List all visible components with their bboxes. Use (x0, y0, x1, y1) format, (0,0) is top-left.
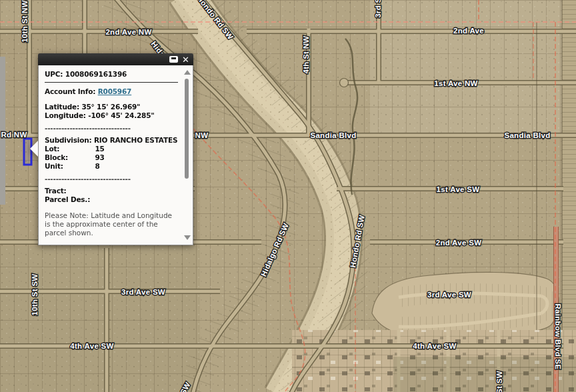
unit-label: Unit: (45, 162, 93, 171)
account-label: Account Info: (45, 87, 95, 95)
divider (45, 82, 178, 83)
account-link[interactable]: R005967 (98, 87, 132, 95)
subdivision-value: RIO RANCHO ESTATES (94, 136, 177, 144)
lot-value: 15 (95, 145, 104, 153)
unit-value: 8 (95, 162, 99, 170)
upc-row: UPC: 1008069161396 (45, 70, 178, 79)
parcel-des-row: Parcel Des.: (45, 195, 178, 204)
note-text: Please Note: Latitude and Longitude is t… (45, 211, 178, 237)
longitude-row: Longitude: -106° 45' 24.285" (45, 111, 178, 120)
road-label: 1st Ave SW (437, 185, 480, 193)
lot-label: Lot: (45, 145, 93, 153)
dashed-separator: ------------------------------- (45, 124, 178, 133)
popup-pointer (30, 141, 38, 157)
upc-value: 1008069161396 (65, 70, 127, 78)
road-label: 1st Ave NW (434, 79, 477, 87)
road-label: 10th St SW (31, 273, 39, 315)
parcel-info-popup: ✕ UPC: 1008069161396 Account Info: R0059… (38, 53, 193, 245)
road-label: 1st St SW (495, 371, 503, 392)
developed-area (292, 330, 576, 392)
block-value: 93 (95, 153, 104, 161)
road-label: 3rd Ave SW (121, 288, 165, 296)
subdivision-label: Subdivision: (45, 136, 91, 144)
road-label: 3rd Ave SW (427, 291, 471, 299)
road-label: 4th Ave SW (70, 342, 113, 350)
road-label: 2nd Ave (453, 27, 484, 35)
road-label: 10th St NW (21, 0, 29, 43)
longitude-label: Longitude: (45, 111, 86, 119)
unit-row: Unit: 8 (45, 162, 178, 171)
lot-row: Lot: 15 (45, 145, 178, 153)
subdivision-row: Subdivision: RIO RANCHO ESTATES (45, 136, 178, 145)
scroll-down-arrow-icon[interactable] (184, 235, 191, 240)
latitude-value: 35° 15' 26.969" (81, 103, 140, 111)
road-label: 4th St NW (302, 36, 310, 74)
road-label: Rainbow Blvd SE (554, 303, 562, 369)
road-label: Sandia Blvd (310, 131, 356, 139)
scroll-up-arrow-icon[interactable] (184, 70, 191, 75)
road-label: 2nd Ave NW (105, 28, 151, 36)
road-label: 3rd St NW (374, 0, 382, 18)
road-label: Rd NW (1, 131, 27, 139)
popup-body: UPC: 1008069161396 Account Info: R005967… (38, 65, 193, 245)
subdivision-loops (372, 272, 559, 336)
latitude-label: Latitude: (45, 103, 79, 111)
tract-row: Tract: (45, 187, 178, 195)
longitude-value: -106° 45' 24.285" (88, 111, 154, 119)
scrollbar-thumb[interactable] (185, 79, 189, 179)
road-label: 2nd Ave SW (436, 239, 482, 247)
account-row: Account Info: R005967 (45, 87, 178, 96)
road-label: Sandia Blvd (504, 131, 550, 139)
popup-scrollbar[interactable] (183, 69, 190, 241)
dashed-separator: ------------------------------- (45, 175, 178, 183)
block-label: Block: (45, 153, 93, 162)
popup-titlebar: ✕ (38, 53, 193, 65)
block-row: Block: 93 (45, 153, 178, 162)
tract-label: Tract: (45, 187, 67, 195)
close-button[interactable]: ✕ (182, 55, 189, 64)
parcel-des-label: Parcel Des.: (45, 195, 90, 203)
minimize-button[interactable] (169, 56, 178, 63)
latitude-row: Latitude: 35° 15' 26.969" (45, 103, 178, 111)
gis-viewer: 2nd Ave NW2nd Ave1st Ave NWRd NWd NWSand… (0, 0, 576, 392)
road-label: 4th Ave SW (413, 342, 456, 350)
upc-label: UPC: (45, 70, 63, 78)
